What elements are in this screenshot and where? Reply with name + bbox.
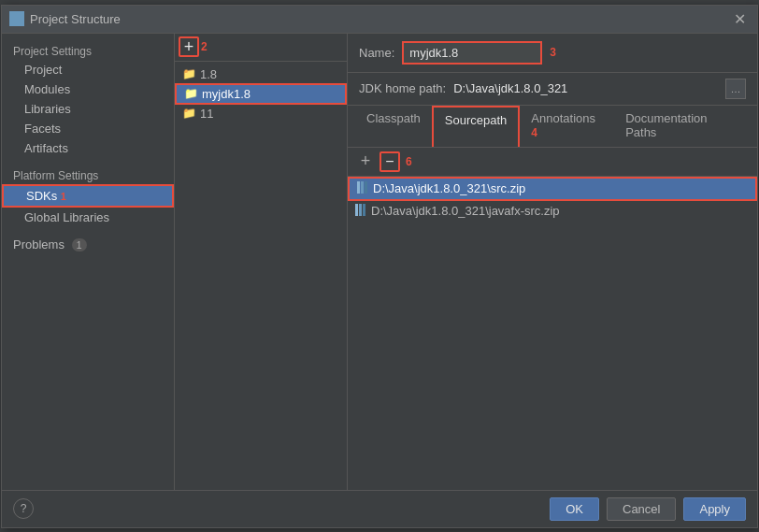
folder-icon: 📁 bbox=[182, 67, 196, 80]
name-row: Name: 3 bbox=[348, 34, 757, 73]
sidebar-item-artifacts[interactable]: Artifacts bbox=[2, 138, 174, 158]
source-item-javafx[interactable]: D:\Java\jdk1.8.0_321\javafx-src.zip bbox=[348, 201, 757, 222]
jdk-path-label: JDK home path: bbox=[359, 81, 446, 95]
sidebar-item-sdks[interactable]: SDKs 1 bbox=[2, 184, 174, 208]
cancel-button[interactable]: Cancel bbox=[607, 497, 676, 521]
sidebar-item-modules[interactable]: Modules bbox=[2, 79, 174, 99]
tree-item-1.8[interactable]: 📁 1.8 bbox=[175, 65, 347, 83]
tabs-bar: Classpath Sourcepath Annotations 4 Docum… bbox=[348, 106, 757, 148]
svg-rect-2 bbox=[11, 20, 16, 24]
title-bar: Project Structure ✕ bbox=[2, 6, 757, 34]
tabs-badge: 4 bbox=[531, 126, 537, 139]
tab-documentation-paths[interactable]: Documentation Paths bbox=[614, 106, 750, 147]
footer-left: ? bbox=[13, 498, 542, 519]
svg-rect-3 bbox=[18, 20, 22, 24]
name-badge: 3 bbox=[550, 46, 556, 59]
add-sourcepath-button[interactable]: + bbox=[355, 151, 376, 172]
browse-button[interactable]: … bbox=[725, 79, 746, 99]
ok-button[interactable]: OK bbox=[550, 497, 599, 521]
main-content: Project Settings Project Modules Librari… bbox=[2, 34, 757, 490]
sidebar-separator-2 bbox=[2, 227, 174, 235]
sdk-tree-panel: + 2 📁 1.8 📁 myjdk1.8 📁 11 bbox=[175, 34, 348, 490]
zip-icon-src bbox=[357, 181, 367, 196]
name-input[interactable] bbox=[402, 41, 542, 65]
close-button[interactable]: ✕ bbox=[730, 10, 750, 28]
footer: ? OK Cancel Apply bbox=[2, 490, 757, 527]
platform-settings-section: Platform Settings bbox=[2, 165, 174, 184]
sidebar-item-global-libraries[interactable]: Global Libraries bbox=[2, 208, 174, 227]
jdk-path-value: D:\Java\jdk1.8.0_321 bbox=[453, 81, 718, 95]
middle-panel: + 2 📁 1.8 📁 myjdk1.8 📁 11 bbox=[175, 34, 757, 490]
project-structure-dialog: Project Structure ✕ Project Settings Pro… bbox=[1, 5, 758, 528]
folder-icon-11: 📁 bbox=[182, 107, 196, 120]
tree-item-myjdk1.8[interactable]: 📁 myjdk1.8 bbox=[175, 83, 347, 105]
add-badge: 2 bbox=[201, 40, 208, 53]
sidebar-item-problems[interactable]: Problems 1 bbox=[2, 235, 174, 254]
sdk-tree-toolbar: + 2 bbox=[175, 34, 347, 62]
content-area: Name: 3 JDK home path: D:\Java\jdk1.8.0_… bbox=[348, 34, 757, 490]
tab-classpath[interactable]: Classpath bbox=[355, 106, 432, 147]
svg-rect-0 bbox=[11, 13, 16, 18]
sourcepath-list: D:\Java\jdk1.8.0_321\src.zip D:\Java\jd bbox=[348, 177, 757, 490]
sdks-badge: 1 bbox=[61, 191, 66, 202]
remove-sourcepath-button[interactable]: − bbox=[380, 151, 400, 172]
add-sdk-button[interactable]: + bbox=[179, 36, 199, 57]
sidebar-item-facets[interactable]: Facets bbox=[2, 119, 174, 138]
tab-annotations[interactable]: Annotations 4 bbox=[520, 106, 614, 147]
svg-rect-1 bbox=[18, 13, 22, 18]
sourcepath-badge: 6 bbox=[406, 155, 412, 168]
sourcepath-content: + − 6 bbox=[348, 148, 757, 490]
name-label: Name: bbox=[359, 46, 394, 60]
sidebar-separator bbox=[2, 158, 174, 165]
project-settings-section: Project Settings bbox=[2, 41, 174, 60]
problems-count: 1 bbox=[72, 238, 87, 252]
sdk-tree: 📁 1.8 📁 myjdk1.8 📁 11 bbox=[175, 62, 347, 490]
dialog-title: Project Structure bbox=[30, 12, 730, 26]
apply-button[interactable]: Apply bbox=[683, 497, 746, 521]
sidebar: Project Settings Project Modules Librari… bbox=[2, 34, 175, 490]
help-button[interactable]: ? bbox=[13, 498, 34, 519]
zip-icon-javafx bbox=[355, 204, 365, 219]
dialog-icon bbox=[9, 11, 24, 26]
jdk-path-row: JDK home path: D:\Java\jdk1.8.0_321 … bbox=[348, 73, 757, 106]
tab-sourcepath[interactable]: Sourcepath bbox=[432, 106, 521, 147]
sidebar-item-project[interactable]: Project bbox=[2, 60, 174, 79]
sidebar-item-libraries[interactable]: Libraries bbox=[2, 99, 174, 119]
sourcepath-toolbar: + − 6 bbox=[348, 148, 757, 177]
source-item-src[interactable]: D:\Java\jdk1.8.0_321\src.zip bbox=[348, 177, 757, 201]
tree-item-11[interactable]: 📁 11 bbox=[175, 105, 347, 122]
folder-icon-selected: 📁 bbox=[184, 87, 198, 100]
